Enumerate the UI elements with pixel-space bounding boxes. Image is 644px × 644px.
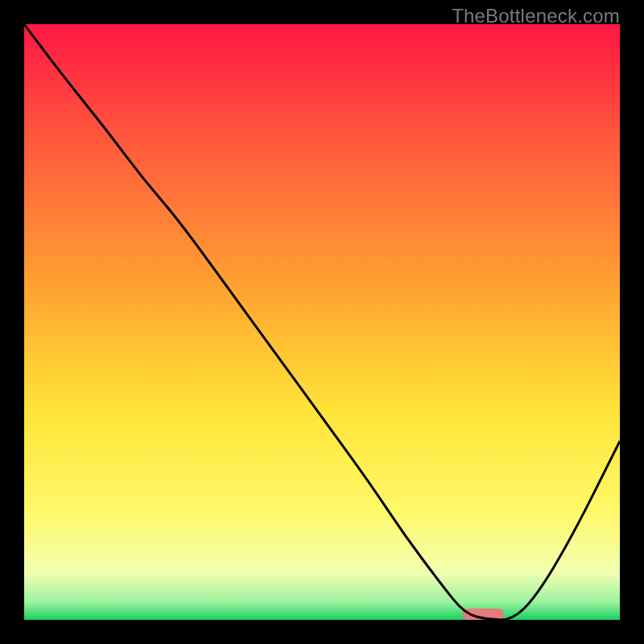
chart-frame: [24, 24, 620, 620]
minimum-marker: [462, 609, 504, 620]
chart-gradient-background: [24, 24, 620, 620]
